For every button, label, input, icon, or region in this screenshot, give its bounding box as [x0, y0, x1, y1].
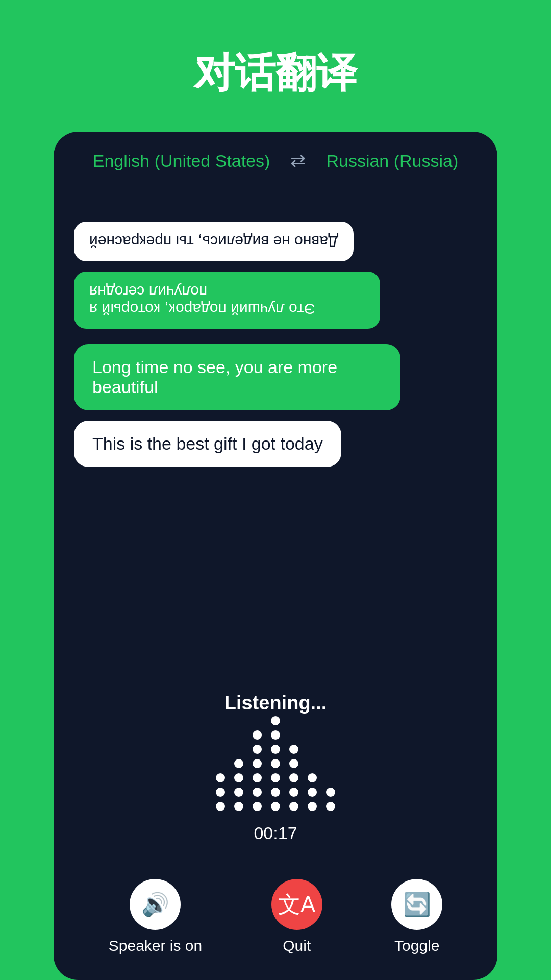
main-card: English (United States) ⇄ Russian (Russi… [54, 132, 497, 980]
flipped-message-green: Это лучший подарок, который я получил се… [74, 272, 380, 329]
dot [253, 730, 262, 740]
dot [216, 802, 225, 811]
dot [253, 773, 262, 782]
listening-label: Listening... [224, 692, 327, 714]
wave-col-1 [216, 773, 225, 811]
app-title: 对话翻译 [194, 46, 357, 101]
flipped-messages: Это лучший подарок, который я получил се… [74, 206, 477, 329]
speaker-icon: 🔊 [141, 891, 169, 918]
quit-button[interactable]: 文A [271, 879, 322, 930]
wave-col-4 [271, 716, 280, 811]
dot [271, 759, 280, 768]
listening-section: Listening... [54, 677, 497, 869]
dot [271, 716, 280, 725]
wave-col-2 [234, 759, 243, 811]
source-language[interactable]: English (United States) [93, 151, 270, 171]
target-language[interactable]: Russian (Russia) [326, 151, 458, 171]
wave-col-5 [289, 745, 298, 811]
toggle-icon: 🔄 [403, 891, 431, 918]
dot [289, 788, 298, 797]
quit-label: Quit [283, 937, 311, 954]
dot [271, 745, 280, 754]
translate-icon: 文A [278, 890, 315, 920]
normal-messages: Long time no see, you are more beautiful… [74, 329, 477, 467]
flipped-message-white: Давно не виделись, ты прекрасней [74, 222, 354, 261]
dot [271, 773, 280, 782]
toggle-button[interactable]: 🔄 [391, 879, 442, 930]
dot [216, 773, 225, 782]
speaker-label: Speaker is on [109, 937, 202, 954]
quit-control: 文A Quit [271, 879, 322, 954]
speaker-control: 🔊 Speaker is on [109, 879, 202, 954]
speaker-button[interactable]: 🔊 [130, 879, 181, 930]
dot [216, 788, 225, 797]
dot [271, 802, 280, 811]
dot [271, 788, 280, 797]
waveform [216, 729, 335, 811]
dot [234, 759, 243, 768]
dot [289, 802, 298, 811]
dot [289, 759, 298, 768]
wave-col-7 [326, 788, 335, 811]
message-white: This is the best gift I got today [74, 421, 341, 467]
toggle-control: 🔄 Toggle [391, 879, 442, 954]
bottom-controls: 🔊 Speaker is on 文A Quit 🔄 Toggle [54, 869, 497, 980]
dot [253, 788, 262, 797]
dot [253, 802, 262, 811]
dot [253, 745, 262, 754]
dot [308, 773, 317, 782]
dot [289, 773, 298, 782]
dot [271, 730, 280, 740]
dot [289, 745, 298, 754]
chat-area: Это лучший подарок, который я получил се… [54, 190, 497, 677]
dot [253, 759, 262, 768]
wave-col-3 [253, 730, 262, 811]
dot [326, 802, 335, 811]
dot [234, 773, 243, 782]
dot [308, 788, 317, 797]
dot [326, 788, 335, 797]
toggle-label: Toggle [394, 937, 439, 954]
message-green: Long time no see, you are more beautiful [74, 344, 400, 410]
timer: 00:17 [254, 823, 297, 843]
wave-col-6 [308, 773, 317, 811]
dot [234, 788, 243, 797]
dot [308, 802, 317, 811]
language-bar: English (United States) ⇄ Russian (Russi… [54, 132, 497, 190]
swap-icon[interactable]: ⇄ [290, 150, 306, 172]
dot [234, 802, 243, 811]
